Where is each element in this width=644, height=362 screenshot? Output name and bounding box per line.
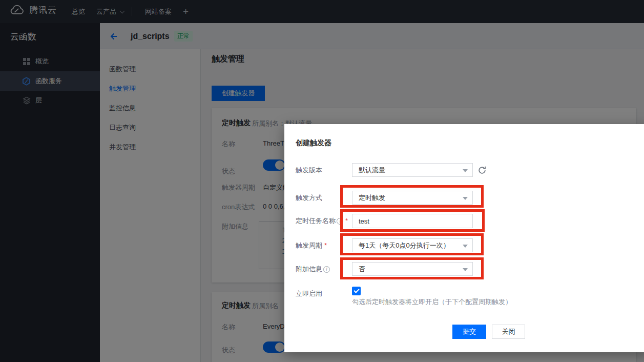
extra-info-label: 附加信息i [296,262,330,276]
info-icon[interactable]: i [323,266,330,273]
task-name-input[interactable] [352,214,473,228]
close-button[interactable]: 关闭 [492,325,525,339]
trigger-version-select[interactable]: 默认流量 [352,163,473,177]
enable-now-label: 立即启用 [296,287,322,300]
app-root: 腾讯云 总览 云产品 网站备案 + 云函数 概览 函数服务 [0,0,644,362]
dropdown-caret-icon [463,169,468,172]
enable-now-helper: 勾选后定时触发器将立即开启（于下个配置周期触发） [352,297,512,307]
info-icon[interactable]: i [337,218,343,225]
dropdown-caret-icon [463,197,468,200]
create-trigger-modal: 创建触发器 触发版本 默认流量 触发方式 定时触发 定时任务名称i* 触发周期*… [284,124,644,352]
submit-button[interactable]: 提交 [452,325,486,339]
required-mark: * [324,242,327,249]
trigger-method-label: 触发方式 [296,191,322,205]
enable-now-checkbox[interactable] [352,287,361,295]
required-mark: * [345,217,348,225]
trigger-method-select[interactable]: 定时触发 [352,191,473,205]
trigger-period-label: 触发周期* [296,238,327,252]
trigger-period-select[interactable]: 每1天（每天0点0分执行一次） [352,238,473,252]
dropdown-caret-icon [463,245,468,248]
task-name-label: 定时任务名称i* [296,214,348,228]
modal-title: 创建触发器 [296,138,331,148]
refresh-icon[interactable] [477,166,487,175]
dropdown-caret-icon [463,268,468,271]
trigger-version-label: 触发版本 [296,163,322,177]
extra-info-select[interactable]: 否 [352,262,473,276]
